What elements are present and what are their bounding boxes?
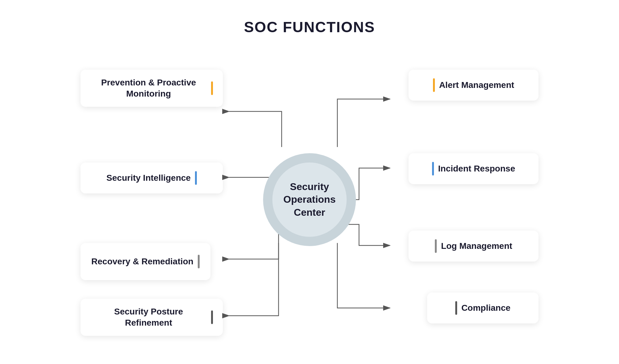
box-posture: Security Posture Refinement: [80, 299, 223, 336]
center-text: Security Operations Center: [284, 180, 336, 219]
box-alert: Alert Management: [409, 70, 539, 101]
box-log: Log Management: [409, 231, 539, 262]
alert-label: Alert Management: [439, 80, 514, 91]
prevention-label: Prevention & Proactive Monitoring: [90, 77, 207, 100]
connector-recovery: [229, 224, 279, 259]
box-compliance: Compliance: [427, 292, 539, 323]
prevention-accent: [211, 81, 213, 95]
center-inner: Security Operations Center: [272, 162, 347, 237]
compliance-label: Compliance: [461, 302, 511, 314]
connector-prevention-bend: [266, 111, 282, 147]
diagram-container: Security Operations Center Prevention & …: [62, 51, 557, 348]
connector-compliance: [337, 243, 390, 308]
security-intel-accent: [195, 171, 197, 185]
alert-accent: [433, 78, 435, 92]
recovery-accent: [198, 255, 200, 268]
box-incident: Incident Response: [409, 153, 539, 184]
recovery-label: Recovery & Remediation: [91, 256, 193, 267]
log-label: Log Management: [441, 240, 512, 252]
page-title: SOC FUNCTIONS: [244, 19, 375, 36]
center-circle: Security Operations Center: [263, 153, 356, 246]
incident-label: Incident Response: [438, 163, 515, 174]
box-recovery: Recovery & Remediation: [80, 243, 210, 280]
compliance-accent: [455, 301, 457, 315]
connector-alert: [337, 99, 390, 147]
box-prevention: Prevention & Proactive Monitoring: [80, 70, 223, 107]
log-accent: [435, 239, 437, 253]
security-intel-label: Security Intelligence: [106, 172, 191, 184]
connector-log: [340, 224, 390, 245]
box-security-intel: Security Intelligence: [80, 162, 223, 193]
connector-posture: [229, 243, 279, 316]
incident-accent: [432, 162, 434, 176]
posture-label: Security Posture Refinement: [90, 306, 207, 329]
posture-accent: [211, 310, 213, 324]
